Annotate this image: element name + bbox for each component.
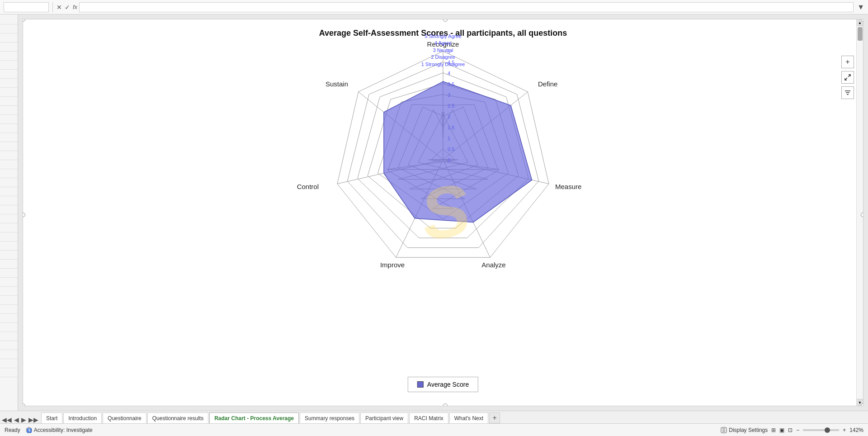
insert-function-icon[interactable]: fx — [73, 4, 77, 11]
scrollbar-thumb[interactable] — [858, 27, 863, 41]
handle-bottom-mid[interactable] — [443, 403, 448, 406]
status-bar: Ready ♿ Accessibility: Investigate Displ… — [0, 423, 868, 436]
tab-nav-arrows: ◀◀ ◀ ▶ ▶▶ — [2, 416, 38, 423]
tab-raci-matrix[interactable]: RACI Matrix — [409, 412, 448, 423]
axis-label-measure: Measure — [555, 183, 581, 190]
axis-label-improve: Improve — [380, 261, 405, 269]
legend-swatch — [417, 381, 424, 388]
scale-label-1: 1 Strongly Disagree — [421, 61, 465, 68]
resize-icon — [844, 74, 851, 81]
scale-value-4: 4 — [448, 71, 450, 76]
formula-divider — [52, 2, 53, 12]
confirm-formula-icon[interactable]: ✓ — [65, 4, 70, 11]
cell-reference-input[interactable] — [4, 2, 49, 12]
handle-bottom-left[interactable] — [23, 403, 25, 406]
filter-icon — [844, 89, 851, 96]
chart-legend: Average Score — [408, 377, 478, 392]
resize-chart-button[interactable] — [841, 71, 854, 84]
formula-expand-icon[interactable]: ▼ — [857, 3, 864, 11]
axis-label-control: Control — [297, 183, 319, 190]
tab-nav-last[interactable]: ▶▶ — [28, 416, 38, 423]
formula-input[interactable] — [79, 2, 854, 12]
view-normal-icon[interactable]: ⊞ — [771, 427, 776, 433]
formula-bar: ✕ ✓ fx ▼ — [0, 0, 868, 14]
status-ready: Ready — [5, 427, 20, 433]
handle-mid-left[interactable] — [23, 213, 25, 217]
main-area: Average Self-Assessment Scores - all par… — [0, 14, 868, 411]
filter-chart-button[interactable] — [841, 86, 854, 99]
tab-nav-first[interactable]: ◀◀ — [2, 416, 12, 423]
row-gutter — [0, 14, 18, 411]
zoom-level: 142% — [849, 427, 863, 433]
zoom-in-button[interactable]: + — [843, 427, 846, 433]
axis-label-define: Define — [538, 80, 557, 88]
tab-summary-responses[interactable]: Summary responses — [300, 412, 359, 423]
tab-questionnaire[interactable]: Questionnaire — [103, 412, 146, 423]
tab-nav-next[interactable]: ▶ — [21, 416, 26, 423]
zoom-slider-thumb[interactable] — [825, 427, 830, 433]
display-settings-icon — [721, 427, 727, 433]
expand-chart-button[interactable]: + — [841, 56, 854, 68]
scale-label-3: 3 Neutral — [421, 47, 465, 54]
add-sheet-button[interactable]: + — [489, 412, 500, 423]
axis-label-analyze: Analyze — [481, 261, 505, 269]
display-settings[interactable]: Display Settings — [721, 427, 768, 433]
scale-label-4: 4 Agree — [421, 40, 465, 47]
data-polygon — [384, 81, 532, 222]
accessibility-status: ♿ Accessibility: Investigate — [26, 427, 93, 433]
view-break-icon[interactable]: ⊡ — [788, 427, 793, 433]
zoom-slider[interactable] — [803, 429, 839, 431]
scale-label-2: 2 Disagree — [421, 54, 465, 61]
tab-nav-prev[interactable]: ◀ — [14, 416, 19, 423]
legend-label: Average Score — [427, 381, 469, 388]
accessibility-icon: ♿ — [26, 427, 32, 433]
tab-questionnaire-results[interactable]: Questionnaire results — [147, 412, 208, 423]
chart-container[interactable]: Average Self-Assessment Scores - all par… — [23, 19, 863, 406]
chart-controls: + — [841, 56, 854, 99]
formula-icons: ✕ ✓ fx — [57, 4, 77, 11]
tab-participant-view[interactable]: Participant view — [360, 412, 408, 423]
tab-start[interactable]: Start — [41, 412, 62, 423]
svg-text:♿: ♿ — [26, 428, 32, 433]
scale-legend: 5 Strongly Agree 4 Agree 3 Neutral 2 Dis… — [421, 33, 465, 68]
handle-bottom-right[interactable] — [861, 403, 863, 406]
cancel-formula-icon[interactable]: ✕ — [57, 4, 62, 11]
zoom-area: Display Settings ⊞ ▣ ⊡ − + 142% — [721, 427, 863, 433]
sheet-tabs-bar: ◀◀ ◀ ▶ ▶▶ Start Introduction Questionnai… — [0, 411, 868, 423]
view-page-icon[interactable]: ▣ — [779, 427, 784, 433]
tab-whats-next[interactable]: What's Next — [449, 412, 488, 423]
handle-mid-right[interactable] — [861, 213, 863, 217]
tab-introduction[interactable]: Introduction — [63, 412, 102, 423]
axis-label-sustain: Sustain — [326, 80, 348, 88]
scale-label-5: 5 Strongly Agree — [421, 33, 465, 40]
tab-radar-chart[interactable]: Radar Chart - Process Average — [209, 412, 299, 423]
zoom-out-button[interactable]: − — [796, 427, 799, 433]
